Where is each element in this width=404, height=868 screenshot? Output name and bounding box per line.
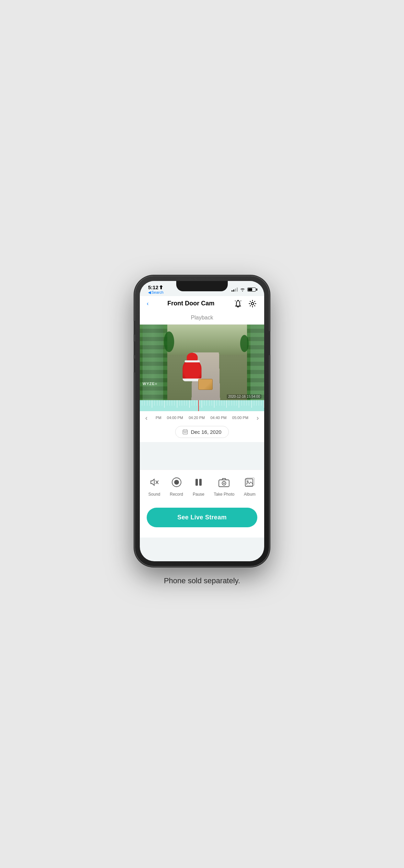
controls-bar: Sound Record bbox=[140, 470, 264, 501]
wifi-icon bbox=[240, 288, 245, 292]
timeline-cursor[interactable] bbox=[198, 400, 199, 411]
svg-line-2 bbox=[235, 301, 236, 301]
status-icons bbox=[232, 288, 256, 292]
camera-feed: WYZE≡ 2020-12-16 15:54:00 bbox=[140, 325, 264, 400]
album-icon bbox=[243, 475, 257, 489]
timeline-track[interactable] bbox=[140, 400, 264, 411]
timeline-label-1: 04:00 PM bbox=[167, 416, 183, 420]
svg-rect-6 bbox=[183, 430, 188, 434]
playback-title: Playback bbox=[143, 315, 261, 321]
bell-icon[interactable] bbox=[233, 299, 243, 308]
content-area bbox=[140, 442, 264, 470]
timeline-labels: PM 04:00 PM 04:20 PM 04:40 PM 05:00 PM bbox=[152, 416, 252, 420]
nav-actions bbox=[233, 299, 257, 308]
album-control[interactable]: Album bbox=[243, 475, 257, 497]
page-title: Front Door Cam bbox=[167, 300, 214, 307]
timeline-label-3: 04:40 PM bbox=[210, 416, 226, 420]
timeline-next-button[interactable]: › bbox=[252, 414, 263, 422]
date-picker: Dec 16, 2020 bbox=[140, 422, 264, 442]
date-picker-button[interactable]: Dec 16, 2020 bbox=[175, 426, 228, 438]
pause-icon bbox=[192, 475, 205, 489]
pause-label: Pause bbox=[193, 492, 204, 497]
battery-icon bbox=[247, 288, 256, 292]
svg-rect-10 bbox=[184, 432, 184, 433]
back-button[interactable]: ‹ bbox=[147, 300, 149, 307]
timeline-label-0: PM bbox=[156, 416, 161, 420]
playback-header: Playback bbox=[140, 311, 264, 325]
sound-label: Sound bbox=[148, 492, 160, 497]
timeline-prev-button[interactable]: ‹ bbox=[141, 414, 152, 422]
svg-rect-11 bbox=[185, 432, 186, 433]
svg-point-16 bbox=[174, 480, 179, 485]
svg-point-24 bbox=[247, 480, 248, 482]
timeline-label-2: 04:20 PM bbox=[189, 416, 205, 420]
pause-control[interactable]: Pause bbox=[192, 475, 205, 497]
controls-row: Sound Record bbox=[143, 475, 261, 497]
gear-icon[interactable] bbox=[248, 299, 257, 308]
live-stream-section: See Live Stream bbox=[140, 501, 264, 538]
svg-rect-17 bbox=[195, 479, 198, 486]
navigation-bar: ‹ Front Door Cam bbox=[140, 296, 264, 311]
status-search: ◀ Search bbox=[148, 290, 164, 295]
calendar-icon bbox=[182, 429, 188, 435]
record-icon bbox=[170, 475, 183, 489]
date-label: Dec 16, 2020 bbox=[191, 429, 221, 435]
svg-line-3 bbox=[240, 301, 241, 301]
svg-rect-12 bbox=[186, 432, 187, 433]
camera-scene: WYZE≡ 2020-12-16 15:54:00 bbox=[140, 325, 264, 400]
location-icon bbox=[159, 285, 163, 289]
take-photo-label: Take Photo bbox=[214, 492, 234, 497]
sound-off-icon bbox=[147, 475, 161, 489]
record-control[interactable]: Record bbox=[170, 475, 183, 497]
timeline-ticks bbox=[140, 400, 264, 411]
timeline-nav: ‹ PM 04:00 PM 04:20 PM 04:40 PM 05:00 PM… bbox=[140, 411, 264, 422]
see-live-stream-button[interactable]: See Live Stream bbox=[147, 508, 257, 527]
svg-marker-0 bbox=[159, 285, 163, 289]
camera-icon bbox=[217, 475, 231, 489]
timeline-label-4: 05:00 PM bbox=[232, 416, 248, 420]
footer-caption: Phone sold separately. bbox=[164, 576, 240, 585]
svg-point-21 bbox=[223, 483, 225, 484]
camera-timestamp: 2020-12-16 15:54:00 bbox=[227, 394, 261, 399]
sound-control[interactable]: Sound bbox=[147, 475, 161, 497]
signal-icon bbox=[232, 288, 238, 292]
status-time: 5:12 bbox=[148, 284, 163, 290]
watermark: WYZE≡ bbox=[143, 382, 157, 386]
timeline-container[interactable]: ‹ PM 04:00 PM 04:20 PM 04:40 PM 05:00 PM… bbox=[140, 400, 264, 422]
album-label: Album bbox=[244, 492, 256, 497]
svg-rect-18 bbox=[199, 479, 202, 486]
record-label: Record bbox=[170, 492, 183, 497]
svg-point-5 bbox=[251, 302, 254, 305]
take-photo-control[interactable]: Take Photo bbox=[214, 475, 234, 497]
